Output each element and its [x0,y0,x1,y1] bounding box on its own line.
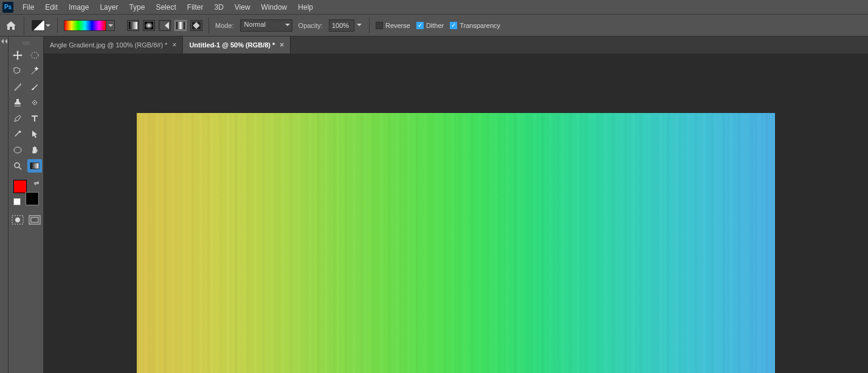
zoom-tool[interactable] [10,159,25,173]
menu-type[interactable]: Type [123,1,150,13]
document-tab-label: Angle Gradient.jpg @ 100% (RGB/8#) * [50,41,167,49]
opacity-field[interactable] [329,19,354,32]
eyedropper-icon [13,129,22,139]
gradient-angle-icon [160,22,169,29]
transparency-label: Transparency [460,22,500,29]
close-icon[interactable]: × [172,41,176,49]
eraser-tool[interactable] [27,96,42,109]
svg-point-7 [14,147,21,153]
swap-colors-icon[interactable]: ⇄ [34,180,39,187]
gradient-radial-icon [145,22,153,29]
gradient-icon [30,161,40,171]
gradient-radial-button[interactable] [143,20,155,31]
pen-icon [13,114,22,123]
svg-rect-9 [30,163,39,169]
document-tab[interactable]: Untitled-1 @ 50% (RGB/8) * × [183,36,291,53]
background-swatch[interactable] [26,192,39,205]
close-icon[interactable]: × [280,41,284,49]
transparency-checkbox[interactable]: ✓ Transparency [450,22,500,29]
color-swatches[interactable]: ⇄ [12,180,40,205]
canvas[interactable] [137,113,775,373]
marquee-tool[interactable] [27,49,42,62]
dither-checkbox[interactable]: ✓ Dither [416,22,444,29]
brush-icon [30,82,40,92]
menu-image[interactable]: Image [63,1,94,13]
tools-panel: ⇄ [9,36,44,373]
document-tab-strip: Angle Gradient.jpg @ 100% (RGB/8#) * × U… [44,36,868,53]
dither-label: Dither [426,22,444,29]
hand-tool[interactable] [27,143,42,157]
menu-bar: Ps File Edit Image Layer Type Select Fil… [0,0,868,15]
separator [369,18,370,33]
mode-label: Mode: [215,22,234,29]
home-icon [6,21,16,30]
quickmask-icon [12,215,24,225]
stamp-icon [13,98,22,108]
gradient-picker[interactable] [64,20,115,31]
hand-icon [30,145,40,155]
lasso-poly-icon [13,66,22,76]
separator [57,18,58,33]
menu-view[interactable]: View [229,1,256,13]
ellipse-dashed-icon [30,50,40,60]
move-tool[interactable] [10,49,25,62]
canvas-viewport[interactable] [44,53,868,373]
gradient-linear-button[interactable] [127,20,139,31]
fg-bg-swatch-dropdown[interactable] [32,20,51,31]
shape-tool[interactable] [10,143,25,157]
stamp-tool[interactable] [10,96,25,109]
chevron-left-double-icon [1,39,7,44]
reverse-checkbox[interactable]: Reverse [376,22,410,29]
document-area: ⇄ Angle Gradient.jpg @ 100% (RGB/8#) * ×… [0,36,868,373]
gradient-linear-icon [129,22,137,29]
app-logo: Ps [2,2,13,13]
fg-bg-swatch-icon [32,20,45,31]
crop-tool[interactable] [10,80,25,94]
svg-rect-13 [31,217,38,222]
type-tool[interactable] [27,112,42,125]
wand-sparkle-icon [30,66,40,76]
separator [208,18,209,33]
checkbox-checked-icon: ✓ [416,22,424,29]
menu-select[interactable]: Select [150,1,181,13]
ellipse-icon [13,145,22,155]
brush-tool[interactable] [27,80,42,94]
quick-select-tool[interactable] [27,64,42,78]
mode-select[interactable]: Normal [240,19,292,32]
pen-tool[interactable] [10,112,25,125]
move-icon [13,50,22,60]
foreground-swatch[interactable] [13,180,27,193]
menu-filter[interactable]: Filter [182,1,209,13]
default-colors-icon[interactable] [13,198,21,205]
svg-rect-3 [176,22,185,29]
gradient-diamond-button[interactable] [190,20,202,31]
gradient-angle-button[interactable] [159,20,171,31]
chevron-down-icon [45,23,51,28]
quickmask-button[interactable] [12,215,24,225]
screenmode-button[interactable] [29,215,41,225]
opacity-input[interactable] [329,19,354,32]
magnifier-icon [13,161,22,171]
svg-point-11 [15,217,20,222]
home-button[interactable] [2,17,24,34]
menu-window[interactable]: Window [256,1,293,13]
menu-layer[interactable]: Layer [94,1,123,13]
path-select-tool[interactable] [27,128,42,141]
menu-help[interactable]: Help [292,1,319,13]
screenmode-icon [29,215,41,225]
eyedropper-tool[interactable] [10,128,25,141]
type-icon [30,114,40,123]
canvas-content [137,113,775,373]
gradient-preview-swatch [64,20,106,31]
gradient-tool[interactable] [27,159,42,173]
menu-3d[interactable]: 3D [208,1,229,13]
chevron-down-icon [106,20,115,31]
gradient-reflected-button[interactable] [174,20,187,31]
menu-edit[interactable]: Edit [40,1,63,13]
document-tab[interactable]: Angle Gradient.jpg @ 100% (RGB/8#) * × [44,36,183,53]
panel-grip[interactable] [16,41,36,45]
panel-collapse-strip[interactable] [0,36,9,373]
menu-file[interactable]: File [17,1,40,13]
lasso-tool[interactable] [10,64,25,78]
svg-point-6 [31,52,38,58]
